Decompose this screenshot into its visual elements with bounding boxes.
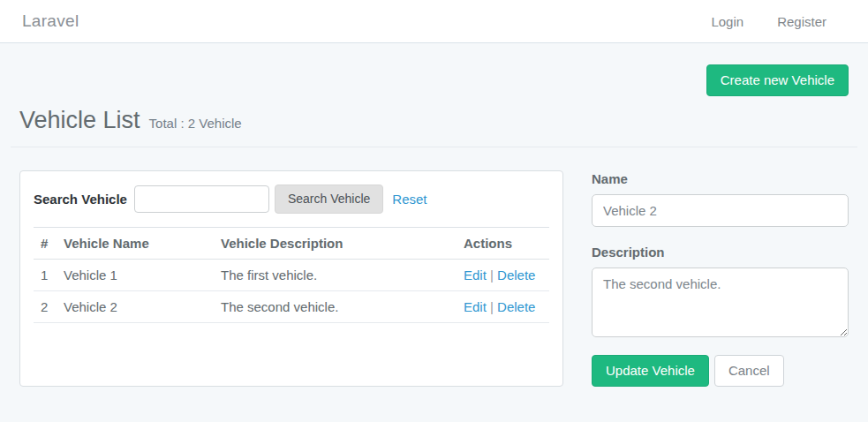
name-label: Name <box>592 171 849 186</box>
search-row: Search Vehicle Search Vehicle Reset <box>34 185 549 227</box>
header-vehicle-name: Vehicle Name <box>57 227 214 259</box>
table-row: 2Vehicle 2The second vehicle.Edit | Dele… <box>34 290 549 322</box>
edit-link[interactable]: Edit <box>464 299 487 314</box>
search-input[interactable] <box>134 185 269 213</box>
main-container: Create new Vehicle Vehicle List Total : … <box>0 64 868 387</box>
cell-num: 2 <box>34 290 57 322</box>
description-field[interactable]: The second vehicle. <box>592 268 849 337</box>
name-field[interactable] <box>592 194 849 227</box>
page-title: Vehicle List <box>19 107 140 134</box>
search-button[interactable]: Search Vehicle <box>275 185 383 214</box>
vehicle-table-body: 1Vehicle 1The first vehicle.Edit | Delet… <box>34 259 549 322</box>
header-vehicle-description: Vehicle Description <box>214 227 457 259</box>
create-vehicle-button[interactable]: Create new Vehicle <box>706 64 849 96</box>
cell-vehicle-description: The second vehicle. <box>214 290 457 322</box>
vehicle-form: Name Description The second vehicle. Upd… <box>592 170 849 387</box>
page-subtitle: Total : 2 Vehicle <box>149 116 242 131</box>
cell-vehicle-name: Vehicle 2 <box>57 290 214 322</box>
page-header: Vehicle List Total : 2 Vehicle <box>19 107 849 134</box>
action-separator: | <box>487 268 497 283</box>
page-divider <box>11 147 857 147</box>
cell-vehicle-name: Vehicle 1 <box>57 259 214 290</box>
form-buttons: Update Vehicle Cancel <box>592 355 849 387</box>
cell-actions: Edit | Delete <box>457 259 549 290</box>
cell-actions: Edit | Delete <box>457 290 549 322</box>
table-header-row: # Vehicle Name Vehicle Description Actio… <box>34 227 549 259</box>
header-actions: Actions <box>457 227 549 259</box>
register-link[interactable]: Register <box>777 14 826 29</box>
update-vehicle-button[interactable]: Update Vehicle <box>592 355 709 387</box>
login-link[interactable]: Login <box>711 14 743 29</box>
delete-link[interactable]: Delete <box>497 268 535 283</box>
reset-link[interactable]: Reset <box>392 192 426 207</box>
cancel-button[interactable]: Cancel <box>714 355 784 387</box>
nav-links: Login Register <box>711 14 846 29</box>
navbar: Laravel Login Register <box>0 0 868 43</box>
action-separator: | <box>487 299 497 314</box>
delete-link[interactable]: Delete <box>497 299 535 314</box>
description-label: Description <box>592 245 849 260</box>
table-row: 1Vehicle 1The first vehicle.Edit | Delet… <box>34 259 549 290</box>
search-label: Search Vehicle <box>34 192 127 207</box>
vehicle-table: # Vehicle Name Vehicle Description Actio… <box>34 227 549 323</box>
cell-vehicle-description: The first vehicle. <box>214 259 457 290</box>
edit-link[interactable]: Edit <box>464 268 487 283</box>
header-num: # <box>34 227 57 259</box>
vehicle-list-card: Search Vehicle Search Vehicle Reset # Ve… <box>19 170 563 387</box>
top-actions: Create new Vehicle <box>19 64 849 96</box>
content-row: Search Vehicle Search Vehicle Reset # Ve… <box>19 170 849 387</box>
cell-num: 1 <box>34 259 57 290</box>
brand-link[interactable]: Laravel <box>22 11 79 31</box>
